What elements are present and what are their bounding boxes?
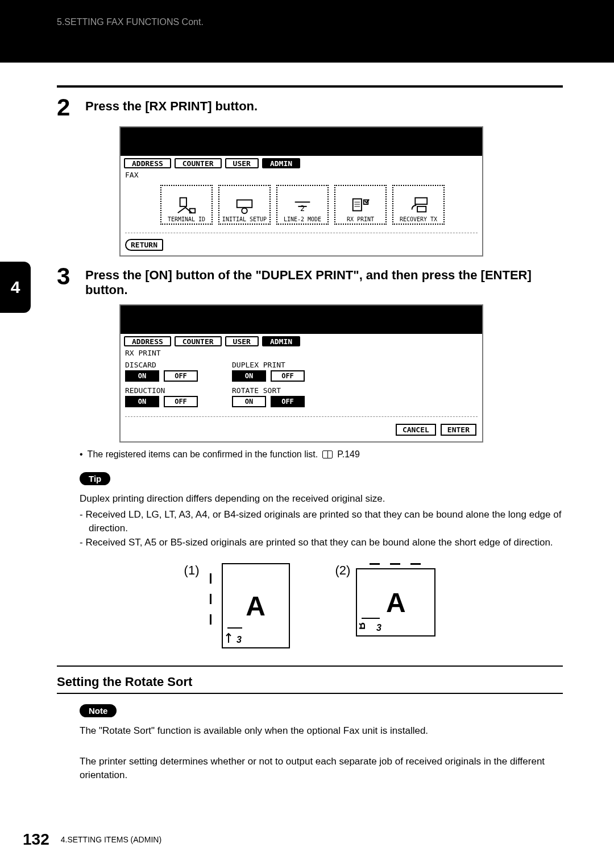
- screen-blank-top: [121, 127, 482, 156]
- svg-point-3: [242, 208, 247, 214]
- tip-item-2: - Received ST, A5 or B5-sized originals …: [89, 536, 563, 549]
- screen-rx-print: ADDRESS COUNTER USER ADMIN RX PRINT DISC…: [119, 304, 483, 443]
- screen-blank-top: [121, 305, 482, 334]
- svg-text:B: B: [359, 622, 367, 630]
- step-3: 3 Press the [ON] button of the "DUPLEX P…: [57, 264, 563, 297]
- page: 5.SETTING FAX FUNCTIONS Cont. 4 2 Press …: [0, 0, 614, 868]
- screen-fax-menu: ADDRESS COUNTER USER ADMIN FAX TERMINAL …: [119, 126, 483, 257]
- rotatesort-on[interactable]: ON: [232, 396, 266, 407]
- cancel-button[interactable]: CANCEL: [396, 424, 436, 436]
- flip-marks-horizontal: [356, 563, 435, 565]
- discard-off[interactable]: OFF: [164, 370, 198, 382]
- btn-initial-setup[interactable]: INITIAL SETUP: [218, 185, 271, 225]
- reduction-off[interactable]: OFF: [164, 396, 198, 407]
- duplex-on[interactable]: ON: [232, 370, 266, 382]
- header-bar: 5.SETTING FAX FUNCTIONS Cont.: [0, 0, 614, 63]
- tab-address[interactable]: ADDRESS: [124, 336, 171, 346]
- page-glyph: A: [246, 590, 265, 622]
- svg-rect-6: [353, 199, 362, 211]
- btn-label: RECOVERY TX: [400, 216, 437, 222]
- fax-icon-row: TERMINAL ID INITIAL SETUP 2 LINE-2 MODE …: [121, 180, 482, 229]
- diagram-row: (1) A 3 (2) A B3: [57, 563, 563, 648]
- page-number: 132: [23, 830, 49, 849]
- tip-badge: Tip: [80, 472, 110, 485]
- page-footer: 132 4.SETTING ITEMS (ADMIN): [23, 830, 161, 849]
- confirm-note-text: The registered items can be confirmed in…: [88, 449, 318, 460]
- discard-on[interactable]: ON: [125, 370, 159, 382]
- step-2: 2 Press the [RX PRINT] button.: [57, 96, 563, 119]
- note-badge: Note: [80, 704, 117, 717]
- diagram-1-label: (1): [184, 563, 200, 578]
- footer-text: 4.SETTING ITEMS (ADMIN): [61, 835, 161, 844]
- tab-user[interactable]: USER: [225, 158, 259, 168]
- content-area: 2 Press the [RX PRINT] button. ADDRESS C…: [0, 63, 614, 807]
- page-short-edge: A B3: [356, 568, 435, 636]
- divider: [125, 233, 478, 233]
- tab-address[interactable]: ADDRESS: [124, 158, 171, 168]
- header-breadcrumb: 5.SETTING FAX FUNCTIONS Cont.: [57, 17, 204, 27]
- diagram-2-label: (2): [335, 563, 351, 578]
- step-number: 3: [57, 264, 85, 297]
- section-title: Setting the Rotate Sort: [57, 675, 563, 689]
- section-body: The printer setting determines whether o…: [80, 755, 563, 782]
- chapter-tab: 4: [0, 262, 31, 313]
- tab-counter[interactable]: COUNTER: [175, 158, 222, 168]
- recovery-tx-icon: [407, 195, 430, 216]
- flip-arrow-icon: 3: [225, 626, 244, 645]
- reduction-on[interactable]: ON: [125, 396, 159, 407]
- page-glyph: A: [386, 587, 406, 618]
- btn-rx-print[interactable]: RX PRINT: [334, 185, 387, 225]
- svg-rect-2: [237, 200, 252, 208]
- enter-button[interactable]: ENTER: [441, 424, 476, 436]
- diagram-1: (1) A 3: [184, 563, 290, 648]
- confirm-note-ref: P.149: [337, 449, 360, 460]
- tip-item-1: - Received LD, LG, LT, A3, A4, or B4-siz…: [89, 508, 563, 535]
- label-discard: DISCARD: [125, 361, 198, 369]
- note-text: The "Rotate Sort" function is available …: [80, 724, 563, 738]
- confirm-note: • The registered items can be confirmed …: [80, 449, 563, 460]
- flip-marks-vertical: [205, 563, 216, 635]
- btn-label: INITIAL SETUP: [222, 216, 267, 222]
- diagram-2: (2) A B3: [335, 563, 436, 648]
- tab-admin[interactable]: ADMIN: [262, 158, 300, 168]
- svg-text:3: 3: [237, 635, 242, 644]
- step-text: Press the [RX PRINT] button.: [85, 96, 563, 119]
- rule: [57, 666, 563, 667]
- btn-line-2-mode[interactable]: 2 LINE-2 MODE: [276, 185, 329, 225]
- screen-tabs: ADDRESS COUNTER USER ADMIN: [121, 156, 482, 170]
- screen-sub-rxprint: RX PRINT: [121, 348, 482, 358]
- label-reduction: REDUCTION: [125, 386, 198, 395]
- label-rotatesort: ROTATE SORT: [232, 386, 305, 395]
- step-text: Press the [ON] button of the "DUPLEX PRI…: [85, 264, 563, 297]
- options-right: DUPLEX PRINT ON OFF ROTATE SORT ON OFF: [232, 361, 305, 411]
- tip-intro: Duplex printing direction differs depend…: [80, 492, 563, 506]
- screen-sub-fax: FAX: [121, 170, 482, 180]
- screen-tabs: ADDRESS COUNTER USER ADMIN: [121, 334, 482, 348]
- btn-recovery-tx[interactable]: RECOVERY TX: [392, 185, 445, 225]
- terminal-id-icon: [175, 195, 198, 216]
- label-duplex: DUPLEX PRINT: [232, 361, 305, 369]
- tab-admin[interactable]: ADMIN: [262, 336, 300, 346]
- tab-user[interactable]: USER: [225, 336, 259, 346]
- book-icon: [322, 450, 333, 458]
- duplex-off[interactable]: OFF: [271, 370, 305, 382]
- btn-terminal-id[interactable]: TERMINAL ID: [160, 185, 213, 225]
- bullet: •: [80, 449, 83, 460]
- svg-text:3: 3: [376, 623, 381, 633]
- tab-counter[interactable]: COUNTER: [175, 336, 222, 346]
- line2-mode-icon: 2: [291, 195, 314, 216]
- rotatesort-off[interactable]: OFF: [271, 396, 305, 407]
- svg-rect-12: [417, 206, 426, 212]
- svg-rect-11: [415, 198, 427, 204]
- rx-print-icon: [349, 195, 372, 216]
- step-number: 2: [57, 96, 85, 119]
- dialog-buttons: CANCEL ENTER: [121, 420, 482, 441]
- return-button[interactable]: RETURN: [125, 239, 163, 251]
- btn-label: LINE-2 MODE: [284, 216, 321, 222]
- options-left: DISCARD ON OFF REDUCTION ON OFF: [125, 361, 198, 411]
- rule: [57, 85, 563, 88]
- page-long-edge: A 3: [222, 563, 290, 648]
- btn-label: RX PRINT: [347, 216, 374, 222]
- initial-setup-icon: [233, 195, 256, 216]
- flip-arrow-icon: B3: [359, 616, 382, 633]
